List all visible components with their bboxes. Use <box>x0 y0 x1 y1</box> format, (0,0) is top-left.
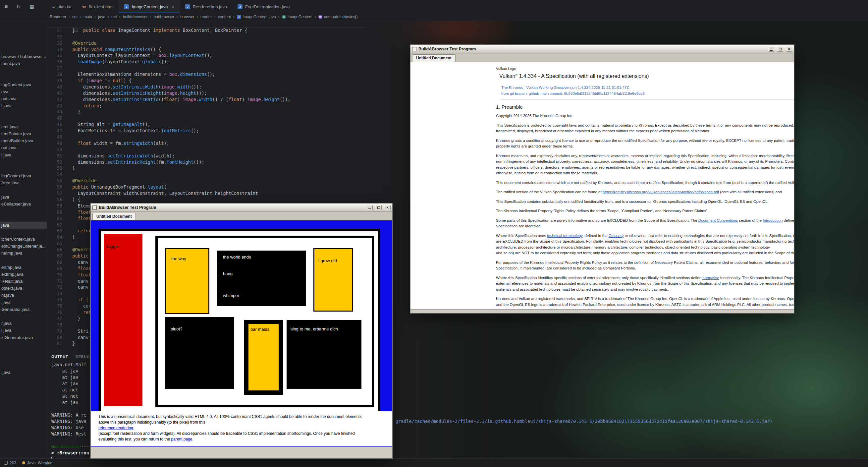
editor-tab[interactable]: <>flex-test.html <box>77 0 119 13</box>
project-tree-item[interactable] <box>0 186 47 194</box>
spec-link[interactable]: Document Conventions <box>699 218 738 223</box>
project-tree-item[interactable]: xtGenerator.java <box>0 334 47 341</box>
code-text: String alt = getImageAlt(); <box>67 122 150 127</box>
breadcrumb-item[interactable]: content <box>218 14 231 19</box>
breadcrumb-item[interactable]: render <box>200 14 212 19</box>
project-tree-item[interactable]: .java <box>0 369 47 376</box>
document-tab[interactable]: Untitled Document <box>412 54 456 62</box>
tab-close-icon[interactable]: × <box>172 4 175 9</box>
breadcrumb-item[interactable]: net <box>111 14 117 19</box>
console-tab-output[interactable]: OUTPUT <box>51 355 68 359</box>
editor-tab[interactable]: JImageContent.java× <box>119 0 180 13</box>
project-tree-item[interactable]: neImp.java <box>0 250 47 257</box>
code-token: (alt); <box>153 141 169 146</box>
project-tree-item[interactable]: .java <box>0 299 47 306</box>
project-tree-item[interactable]: tentPainter.java <box>0 130 47 137</box>
spec-link[interactable]: technical terminology <box>547 234 582 238</box>
project-tree-item[interactable] <box>0 67 47 74</box>
breadcrumb-item[interactable]: java <box>98 14 105 19</box>
spec-link[interactable]: Introduction <box>763 218 782 223</box>
project-tree-item[interactable]: out.java <box>0 95 47 102</box>
breadcrumb-item[interactable]: mcomputeIntrinsics() <box>318 14 358 19</box>
project-tree-item[interactable] <box>0 257 47 263</box>
editor-tab[interactable]: ≡plan.txt <box>47 0 77 13</box>
project-tree-item[interactable]: ment.java <box>0 60 47 67</box>
menu-icon[interactable]: ≡ <box>5 4 8 10</box>
code-token: return <box>67 103 99 108</box>
project-tree-item[interactable]: erImp.java <box>0 264 47 271</box>
project-tree-item[interactable]: browser / babbrowser... <box>0 53 47 60</box>
breadcrumb-item[interactable]: Renderer <box>50 14 66 19</box>
project-tree-item[interactable] <box>0 74 47 81</box>
project-tree-item[interactable]: ingContext.java <box>0 172 47 179</box>
project-tree-item[interactable]: tent.java <box>0 123 47 130</box>
project-tree-item[interactable]: Result.java <box>0 278 47 285</box>
breadcrumb-item[interactable]: browser <box>180 14 194 19</box>
project-tree-item[interactable] <box>0 166 47 172</box>
acid-link[interactable]: reference rendering, <box>98 426 134 430</box>
minimize-button[interactable] <box>768 47 774 52</box>
project-tree-item[interactable]: out.java <box>0 144 47 151</box>
breadcrumb-item[interactable]: src <box>72 14 78 19</box>
spec-link[interactable]: normative <box>702 276 719 280</box>
project-tree-item[interactable]: extImp.java <box>0 271 47 278</box>
minimize-button[interactable] <box>367 205 373 210</box>
window-title-bar[interactable]: BuildABrowser Test Program × <box>410 45 794 53</box>
status-problems[interactable]: 203 <box>4 461 16 465</box>
project-tree-item[interactable] <box>0 348 47 355</box>
close-button[interactable]: × <box>786 47 792 52</box>
editor-tab[interactable]: JRendererImp.java <box>180 0 232 13</box>
project-tree-item[interactable] <box>0 341 47 348</box>
spec-link[interactable]: Glossary <box>609 234 623 238</box>
project-tree-item[interactable] <box>0 313 47 320</box>
project-tree-item[interactable]: Generator.java <box>0 306 47 313</box>
editor-tab[interactable]: JFontDetermination.java <box>232 0 295 13</box>
project-tree-item[interactable] <box>0 109 47 116</box>
document-tab[interactable]: Untitled Document <box>92 213 136 220</box>
project-tree-item[interactable]: r.java <box>0 320 47 327</box>
breadcrumb-item[interactable]: CImageContent <box>282 14 312 19</box>
line-number: 57 <box>47 190 67 197</box>
project-tree-item[interactable] <box>0 158 47 166</box>
status-java-analysis[interactable]: Java: Warning <box>22 461 52 465</box>
project-tree[interactable]: browser / babbrowser...ment.javaIngConte… <box>0 21 47 459</box>
project-tree-item[interactable]: ontext.java <box>0 285 47 292</box>
spec-link[interactable]: https://registry.khronos.org/vulkan/spec… <box>602 190 719 194</box>
project-tree-item[interactable] <box>0 116 47 123</box>
project-tree-item[interactable] <box>0 355 47 362</box>
breadcrumb-item[interactable]: buildabrowser <box>123 14 148 19</box>
acid-link[interactable]: parent page <box>171 437 192 441</box>
project-tree-item[interactable] <box>0 362 47 369</box>
acid-test-page[interactable]: toggle the way the world ends bang whimp… <box>91 221 392 446</box>
code-token: ()); <box>280 97 290 102</box>
project-tree-item[interactable]: Area.java <box>0 179 47 186</box>
refresh-icon[interactable]: ↻ <box>16 4 21 10</box>
project-tree-item[interactable]: nt.java <box>0 292 47 299</box>
spec-text: are EXCLUDED from the Scope of this Spec… <box>496 239 794 243</box>
project-tree-item[interactable]: java <box>0 222 47 229</box>
project-tree-item[interactable]: IngContext.java <box>0 81 47 88</box>
window-title-bar[interactable]: BuildABrowser Test Program × <box>91 204 392 212</box>
project-tree-item[interactable]: java <box>0 194 47 201</box>
breadcrumb-item[interactable]: JImageContent.java <box>237 14 276 19</box>
code-token: width = fm. <box>94 141 123 146</box>
project-tree-item[interactable]: l.java <box>0 327 47 334</box>
project-tree-item[interactable] <box>0 207 47 214</box>
project-tree-item[interactable] <box>0 229 47 236</box>
maximize-button[interactable] <box>376 205 382 210</box>
project-tree-item[interactable]: eCollapser.java <box>0 201 47 207</box>
breadcrumb-item[interactable]: babbrowser <box>153 14 174 19</box>
maximize-button[interactable] <box>777 47 783 52</box>
project-tree-item[interactable]: entChangeListener.ja... <box>0 243 47 250</box>
project-tree-item[interactable]: l.java <box>0 102 47 109</box>
spec-document[interactable]: Vulkan Logo Vulkan® 1.4.334 - A Specific… <box>410 62 794 309</box>
console-tab-debug[interactable]: DEBUG <box>75 355 90 359</box>
breadcrumb-item[interactable]: main <box>84 14 92 19</box>
project-tree-item[interactable]: tcherContext.java <box>0 236 47 243</box>
project-tree-item[interactable]: l.java <box>0 151 47 158</box>
project-tree-item[interactable]: mentBuilder.java <box>0 137 47 144</box>
close-button[interactable]: × <box>385 205 391 210</box>
project-tree-item[interactable]: ava <box>0 88 47 95</box>
grid-icon[interactable]: ▦ <box>30 4 34 10</box>
project-tree-item[interactable] <box>0 214 47 222</box>
